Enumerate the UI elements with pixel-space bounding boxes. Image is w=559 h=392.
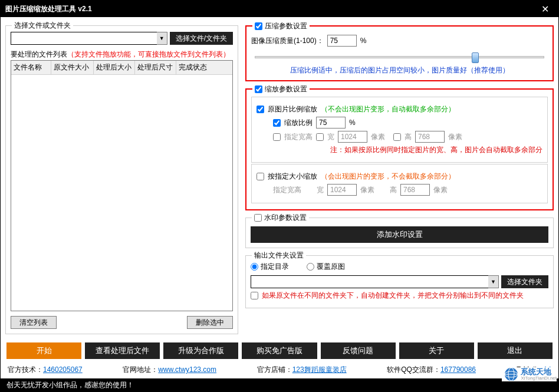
compress-legend: 压缩参数设置 (265, 22, 307, 31)
th-new-dim[interactable]: 处理后尺寸 (135, 61, 176, 74)
watermark-legend: 水印参数设置 (264, 213, 307, 223)
feedback-button[interactable]: 反馈问题 (321, 342, 396, 359)
qq-link[interactable]: 167790086 (440, 365, 476, 374)
scale-note-1: 注：如果按原比例同时指定图片的宽、高，图片会自动截取多余部分 (330, 145, 542, 155)
tech-label: 官方技术： (8, 365, 43, 374)
chevron-down-icon[interactable]: ▼ (157, 32, 167, 45)
compress-checkbox[interactable] (255, 22, 262, 30)
shop-link[interactable]: 123舞蹈服童装店 (292, 365, 347, 374)
overwrite-label: 覆盖原图 (317, 262, 345, 272)
quality-slider[interactable] (255, 51, 544, 63)
ratio-checkbox[interactable] (273, 119, 281, 127)
fixed-height-input[interactable] (400, 184, 430, 196)
file-table: 文件名称 原文件大小 处理后大小 处理后尺寸 完成状态 (11, 60, 233, 311)
width-unit: 像素 (371, 132, 385, 142)
watermark-panel: 水印参数设置 添加水印设置 (245, 218, 554, 248)
height-input[interactable] (415, 131, 445, 143)
ratio-label: 缩放比例 (284, 118, 313, 128)
output-panel: 输出文件夹设置 指定目录 覆盖原图 ▼ 选择文件夹 如果原文件在不同的文件夹下，… (245, 255, 554, 308)
delete-selected-button[interactable]: 删除选中 (187, 316, 233, 329)
footer-text: 创天无忧开发小组作品，感谢您的使用！ (6, 380, 134, 390)
fixed-scale-checkbox[interactable] (257, 173, 264, 180)
output-path-input[interactable] (251, 275, 488, 288)
fixed-width-input[interactable] (327, 184, 357, 196)
output-legend: 输出文件夹设置 (252, 251, 306, 261)
quality-label: 图像压缩质量(1-100)： (251, 36, 324, 46)
height-checkbox[interactable] (393, 133, 401, 141)
watermark-logo: 系统天地XiTongTianDi.net (502, 367, 557, 381)
action-bar: 开始 查看处理后文件 升级为合作版 购买免广告版 反馈问题 关于 退出 (1, 339, 558, 363)
specify-dir-label: 指定目录 (261, 262, 289, 272)
scale-checkbox[interactable] (255, 85, 262, 93)
quality-unit: % (360, 37, 367, 45)
site-link[interactable]: www.ctwy123.com (158, 365, 216, 374)
width-input[interactable] (338, 131, 367, 143)
shop-label: 官方店铺： (257, 365, 292, 374)
height-unit: 像素 (448, 132, 462, 142)
scale-panel: 缩放参数设置 原图片比例缩放 （不会出现图片变形，自动截取多余部分） 缩放比例 … (245, 88, 554, 210)
width-label: 宽 (327, 132, 334, 142)
th-new-size[interactable]: 处理后大小 (94, 61, 135, 74)
watermark-sub: XiTongTianDi.net (521, 375, 557, 381)
quality-input[interactable] (327, 35, 357, 47)
th-status[interactable]: 完成状态 (176, 61, 232, 74)
upgrade-button[interactable]: 升级为合作版 (163, 342, 238, 359)
fixed-scale-hint: （会出现图片的变形，不会截取多余部分） (321, 172, 455, 182)
ratio-input[interactable] (316, 117, 346, 129)
compress-note: 压缩比例适中，压缩后的图片占用空间较小，图片质量好（推荐使用） (251, 65, 548, 75)
globe-icon (504, 367, 518, 381)
file-path-input[interactable] (11, 32, 157, 45)
select-folder-button[interactable]: 选择文件夹 (501, 275, 548, 288)
fixed-h-label: 高 (390, 185, 397, 195)
spec-wh-label: 指定宽高 (284, 132, 313, 142)
watermark-checkbox[interactable] (254, 214, 262, 222)
watermark-brand: 系统天地 (521, 368, 557, 375)
height-label: 高 (405, 132, 412, 142)
auto-create-folder-checkbox[interactable] (251, 292, 258, 299)
window-title: 图片压缩缩放处理工具 v2.1 (5, 4, 537, 14)
scale-legend: 缩放参数设置 (265, 84, 307, 94)
site-label: 官网地址： (123, 365, 158, 374)
th-orig-size[interactable]: 原文件大小 (51, 61, 94, 74)
chevron-down-icon[interactable]: ▼ (488, 275, 499, 288)
compress-panel: 压缩参数设置 图像压缩质量(1-100)： % 压缩比例适中，压缩后的图片占用空… (245, 25, 554, 81)
ratio-unit: % (349, 118, 356, 127)
about-button[interactable]: 关于 (399, 342, 474, 359)
overwrite-radio[interactable] (307, 263, 314, 271)
width-checkbox[interactable] (316, 133, 324, 141)
add-watermark-button[interactable]: 添加水印设置 (251, 226, 548, 243)
file-table-body[interactable] (11, 75, 232, 311)
ratio-scale-label: 原图片比例缩放 (268, 104, 317, 114)
output-note: 如果原文件在不同的文件夹下，自动创建文件夹，并把文件分别输出到不同的文件夹 (262, 291, 524, 301)
fixed-w-label: 宽 (317, 185, 324, 195)
file-list-hint: （支持文件拖放功能，可直接拖放文件到文件列表） (67, 50, 230, 60)
select-files-legend: 选择文件或文件夹 (12, 21, 73, 31)
fixed-spec-label: 指定宽高 (273, 185, 301, 195)
fixed-w-unit: 像素 (360, 185, 374, 195)
clear-list-button[interactable]: 清空列表 (11, 316, 57, 329)
exit-button[interactable]: 退出 (478, 342, 553, 359)
select-files-panel: 选择文件或文件夹 ▼ 选择文件/文件夹 要处理的文件列表 （支持文件拖放功能，可… (5, 25, 238, 334)
th-name[interactable]: 文件名称 (11, 61, 51, 74)
specify-dir-radio[interactable] (251, 263, 258, 271)
buy-noads-button[interactable]: 购买免广告版 (242, 342, 317, 359)
ratio-scale-checkbox[interactable] (257, 106, 264, 113)
view-result-button[interactable]: 查看处理后文件 (85, 342, 160, 359)
tech-link[interactable]: 1460205067 (43, 365, 83, 374)
titlebar: 图片压缩缩放处理工具 v2.1 ✕ (1, 1, 558, 17)
spec-wh-checkbox[interactable] (273, 133, 281, 141)
qq-label: 软件QQ交流群： (387, 365, 440, 374)
fixed-h-unit: 像素 (433, 185, 448, 195)
fixed-scale-label: 按指定大小缩放 (268, 172, 317, 182)
footer: 创天无忧开发小组作品，感谢您的使用！ (1, 378, 558, 391)
select-files-button[interactable]: 选择文件/文件夹 (170, 32, 233, 45)
link-row: 官方技术：1460205067 官网地址：www.ctwy123.com 官方店… (1, 363, 558, 378)
file-list-label: 要处理的文件列表 (11, 50, 67, 60)
close-icon[interactable]: ✕ (537, 4, 554, 15)
start-button[interactable]: 开始 (6, 342, 81, 359)
ratio-scale-hint: （不会出现图片变形，自动截取多余部分） (321, 104, 455, 114)
